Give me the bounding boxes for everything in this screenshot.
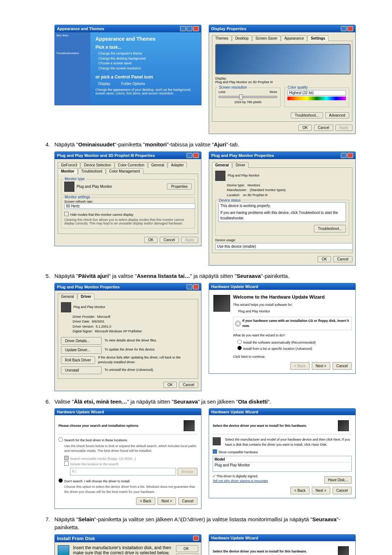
column-header: Model xyxy=(215,457,350,462)
refresh-select[interactable]: 60 Hertz xyxy=(64,203,195,209)
tab[interactable]: Color Management xyxy=(106,168,143,174)
monitor-name: Plug and Play Monitor xyxy=(77,185,112,189)
apply-button[interactable]: Apply xyxy=(181,237,198,243)
close-icon[interactable] xyxy=(347,26,353,31)
folder-options-icon[interactable]: Folder Options xyxy=(121,82,145,86)
display-icon[interactable]: Display xyxy=(98,82,110,86)
ok-button[interactable]: OK xyxy=(298,125,311,131)
window-title: Display Properties xyxy=(211,27,246,31)
next-button[interactable]: Next > xyxy=(312,362,330,370)
troubleshoot-button[interactable]: Troubleshoot... xyxy=(314,225,346,232)
tab-screensaver[interactable]: Screen Saver xyxy=(252,35,281,41)
sidebar: See Also Troubleshooters xyxy=(55,32,90,105)
task-link[interactable]: Change the computer's theme xyxy=(98,51,196,56)
tab[interactable]: GeForce3 xyxy=(58,162,80,168)
tab[interactable]: Device Selection xyxy=(81,162,114,168)
window-title: Install From Disk xyxy=(57,536,95,541)
wizard-question: What do you want the wizard to do? xyxy=(233,333,352,338)
close-icon[interactable] xyxy=(193,284,199,289)
tab-monitor[interactable]: Monitor xyxy=(58,168,78,174)
cancel-button[interactable]: Cancel xyxy=(333,256,352,262)
cancel-button[interactable]: Cancel xyxy=(332,487,352,494)
help-icon[interactable] xyxy=(187,284,192,289)
properties-button[interactable]: Properties xyxy=(167,183,192,190)
maximize-icon[interactable] xyxy=(187,26,192,31)
driver-details-button[interactable]: Driver Details... xyxy=(61,337,102,345)
close-icon[interactable] xyxy=(193,153,199,158)
close-icon[interactable] xyxy=(193,536,199,541)
radio-list[interactable] xyxy=(237,346,242,350)
tab-appearance[interactable]: Appearance xyxy=(281,35,307,41)
close-icon[interactable] xyxy=(193,26,199,31)
back-button[interactable]: < Back xyxy=(290,487,310,494)
task-link[interactable]: Choose a screen saver xyxy=(98,61,196,66)
window-title: Hardware Update Wizard xyxy=(211,284,258,289)
option: Install the software automatically (Reco… xyxy=(243,341,316,344)
tab[interactable]: Adapter xyxy=(168,162,187,168)
back-button[interactable]: < Back xyxy=(290,362,310,370)
tab-themes[interactable]: Themes xyxy=(212,35,232,41)
monitor-icon xyxy=(215,171,225,181)
help-icon[interactable] xyxy=(187,153,192,158)
tab-settings[interactable]: Settings xyxy=(307,35,328,41)
option-desc: Use the check boxes below to limit or ex… xyxy=(64,444,197,454)
model-list[interactable]: Model Plug and Play Monitor xyxy=(213,456,352,472)
cancel-button[interactable]: Cancel xyxy=(176,554,198,555)
tab-driver[interactable]: Driver xyxy=(232,162,249,168)
uninstall-button[interactable]: Uninstall xyxy=(61,366,102,374)
wizard-text: This wizard helps you install software f… xyxy=(233,303,352,308)
group-label: Screen resolution xyxy=(218,85,248,89)
resolution-slider[interactable] xyxy=(219,96,277,98)
cancel-button[interactable]: Cancel xyxy=(178,497,197,505)
usage-select[interactable]: Use this device (enable) xyxy=(215,243,353,250)
next-button[interactable]: Next > xyxy=(312,487,330,494)
tab[interactable]: Color Correction xyxy=(115,162,148,168)
troubleshoot-button[interactable]: Troubleshoot... xyxy=(291,112,323,118)
step-text: 6.Valitse "Älä etsi, minä teen…" ja näpä… xyxy=(54,398,356,406)
ok-button[interactable]: OK xyxy=(176,545,198,552)
tab-desktop[interactable]: Desktop xyxy=(232,35,252,41)
hide-modes-checkbox[interactable] xyxy=(64,212,69,216)
radio-auto[interactable] xyxy=(237,340,242,344)
back-button[interactable]: < Back xyxy=(136,497,155,505)
tab-driver[interactable]: Driver xyxy=(78,293,95,299)
advanced-button[interactable]: Advanced xyxy=(325,112,349,118)
tab[interactable]: Troubleshoot xyxy=(78,168,106,174)
rollback-button[interactable]: Roll Back Driver xyxy=(61,356,95,364)
check-label: Search removable media (floppy, CD-ROM..… xyxy=(70,457,136,461)
close-icon[interactable] xyxy=(347,153,353,158)
tab-general[interactable]: General xyxy=(212,162,232,168)
resolution-value: 1024 by 768 pixels xyxy=(219,100,277,104)
window-title: Appearance and Themes xyxy=(57,27,104,31)
next-button[interactable]: Next > xyxy=(158,497,176,505)
minimize-icon[interactable] xyxy=(180,26,186,31)
why-link[interactable]: Tell me why driver signing is important xyxy=(213,479,268,483)
tab-general[interactable]: General xyxy=(58,293,77,299)
tab[interactable]: General xyxy=(148,162,168,168)
have-disk-button[interactable]: Have Disk... xyxy=(324,476,352,484)
cancel-button[interactable]: Cancel xyxy=(179,382,198,388)
cancel-button[interactable]: Cancel xyxy=(314,125,333,131)
radio-nosearch[interactable] xyxy=(58,478,63,483)
task-link[interactable]: Change the desktop background xyxy=(98,56,196,61)
help-icon[interactable] xyxy=(341,153,347,158)
ok-button[interactable]: OK xyxy=(163,382,176,388)
list-item[interactable]: Plug and Play Monitor xyxy=(215,462,350,468)
color-quality-select[interactable]: Highest (32 bit) xyxy=(287,90,346,96)
show-compatible-checkbox[interactable] xyxy=(213,449,217,454)
ok-button[interactable]: OK xyxy=(318,256,331,262)
radio-search[interactable] xyxy=(58,437,63,442)
apply-button[interactable]: Apply xyxy=(335,125,352,131)
value: on 3D Prophet III xyxy=(243,193,268,197)
chk-removable xyxy=(64,456,69,460)
ok-button[interactable]: OK xyxy=(144,237,157,243)
cancel-button[interactable]: Cancel xyxy=(332,362,352,370)
update-driver-button[interactable]: Update Driver... xyxy=(61,346,102,354)
task-link[interactable]: Change the screen resolution xyxy=(98,66,196,71)
monitor-icon xyxy=(61,302,71,312)
monitor-icon xyxy=(213,437,221,445)
color-bar xyxy=(287,97,346,100)
help-icon[interactable] xyxy=(341,26,347,31)
sidebar-heading: See Also xyxy=(56,34,89,37)
cancel-button[interactable]: Cancel xyxy=(160,237,179,243)
